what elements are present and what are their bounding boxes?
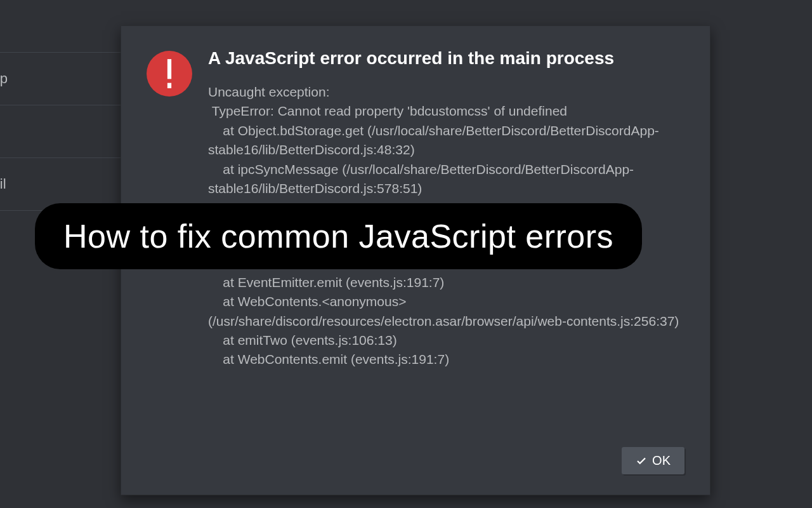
error-stack-top: Uncaught exception: TypeError: Cannot re… [208, 83, 684, 199]
sidebar-item[interactable]: g PM me trap [0, 52, 127, 105]
svg-rect-0 [167, 59, 171, 79]
error-title: A JavaScript error occurred in the main … [208, 48, 684, 69]
sidebar-item[interactable]: g Hard Trap [0, 0, 127, 52]
check-icon [636, 455, 647, 467]
error-stack-bottom: at EventEmitter.emit (events.js:191:7) a… [208, 265, 684, 370]
sidebar-item[interactable]: g Path of Exil [0, 157, 127, 210]
ok-label: OK [652, 453, 671, 468]
ok-button[interactable]: OK [622, 447, 684, 474]
sidebar-item[interactable]: g wit [0, 105, 127, 157]
svg-rect-1 [167, 83, 171, 88]
dialog-footer: OK [622, 447, 684, 474]
tutorial-banner: How to fix common JavaScript errors [35, 203, 642, 269]
error-icon [147, 51, 192, 97]
